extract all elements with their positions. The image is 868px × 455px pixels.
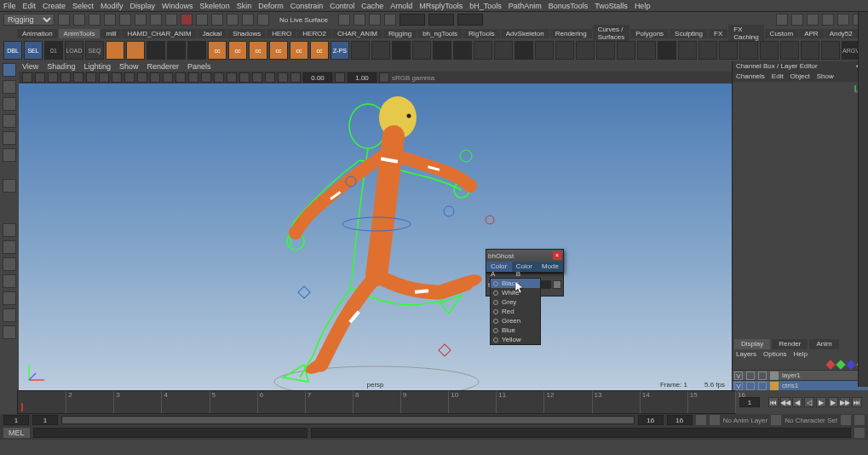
bhghost-tab[interactable]: Color A (486, 262, 512, 272)
vp-btn[interactable] (252, 72, 262, 83)
shelf-button[interactable] (494, 41, 513, 60)
status-icon[interactable] (776, 14, 788, 26)
vp-btn[interactable] (22, 72, 32, 83)
color-option[interactable]: Black (491, 279, 540, 288)
menu-skeleton[interactable]: Skeleton (200, 2, 230, 10)
menu-create[interactable]: Create (43, 2, 66, 10)
vp-menu-panels[interactable]: Panels (187, 62, 211, 71)
vp-btn[interactable] (60, 72, 71, 83)
shelf-tab[interactable]: HAMD_CHAR_ANIM (122, 29, 196, 38)
status-icon[interactable] (384, 14, 396, 26)
vp-btn[interactable] (124, 72, 135, 83)
layer-opt[interactable]: Layers (736, 350, 756, 359)
shelf-button[interactable] (147, 41, 165, 60)
scale-tool[interactable] (3, 148, 16, 162)
shelf-tab[interactable]: APR (799, 29, 823, 38)
cmd-lang-label[interactable]: MEL (3, 428, 30, 438)
vp-btn[interactable] (265, 72, 275, 83)
play-start-field[interactable] (32, 415, 58, 425)
shelf-button[interactable] (678, 41, 697, 60)
menu-select[interactable]: Select (72, 2, 94, 10)
char-set-label[interactable]: No Character Set (785, 417, 837, 424)
keyframe-icon[interactable] (846, 360, 855, 369)
color-option[interactable]: Green (491, 316, 540, 325)
shelf-button[interactable] (351, 41, 370, 60)
next-key-button[interactable]: ▶ (828, 397, 838, 407)
prev-key-button[interactable]: ◀ (792, 397, 802, 407)
status-icon[interactable] (354, 14, 365, 26)
vp-menu-view[interactable]: View (22, 62, 38, 71)
menu-edit[interactable]: Edit (23, 2, 37, 10)
vp-btn[interactable] (335, 72, 345, 83)
shelf-button[interactable] (412, 41, 431, 60)
menu-control[interactable]: Control (330, 2, 354, 10)
shelf-button[interactable] (433, 41, 451, 60)
menu-constrain[interactable]: Constrain (290, 2, 324, 10)
shelf-tab[interactable]: Jackal (198, 29, 227, 38)
shelf-tab[interactable]: FX Caching (728, 25, 763, 42)
layer-tab[interactable]: Display (734, 339, 770, 349)
status-icon[interactable] (89, 14, 101, 26)
menu-mrsplytools[interactable]: MRsplyTools (419, 2, 463, 10)
color-option[interactable]: Grey (491, 297, 540, 307)
shelf-button[interactable]: SEQ (85, 41, 104, 60)
workspace-selector[interactable]: Rigging (3, 14, 55, 26)
layout-four[interactable] (3, 240, 16, 254)
bhghost-window[interactable]: bhGhost × Color AColor BMode (486, 249, 564, 273)
layer-opt[interactable]: Options (763, 350, 787, 359)
menu-modify[interactable]: Modify (101, 2, 124, 10)
vp-btn[interactable] (175, 72, 186, 83)
shelf-tab[interactable]: AnimTools (59, 29, 101, 38)
shelf-tab[interactable]: RigTools (463, 29, 500, 38)
range-track[interactable] (61, 416, 635, 424)
shelf-button[interactable] (555, 41, 574, 60)
status-icon[interactable] (104, 14, 116, 26)
vp-btn[interactable] (150, 72, 160, 83)
status-icon[interactable] (211, 14, 223, 26)
vp-menu-shading[interactable]: Shading (47, 62, 75, 71)
autokey-button[interactable] (841, 415, 851, 425)
close-icon[interactable]: × (553, 251, 561, 260)
color-option[interactable]: White (491, 288, 540, 297)
vp-btn[interactable] (227, 72, 237, 83)
shelf-button[interactable] (719, 41, 738, 60)
menu-bh_tools[interactable]: bH_Tools (469, 2, 502, 10)
keyframe-icon[interactable] (836, 360, 845, 369)
shelf-button[interactable] (780, 41, 799, 60)
color-option[interactable]: Yellow (491, 335, 540, 344)
go-start-button[interactable]: ⏮ (768, 397, 779, 407)
rotation-field[interactable] (428, 14, 454, 26)
layout-three[interactable] (3, 291, 16, 305)
go-end-button[interactable]: ⏭ (852, 397, 862, 407)
shelf-tab[interactable]: Custom (765, 29, 799, 38)
menu-windows[interactable]: Windows (162, 2, 193, 10)
menu-pathanim[interactable]: PathAnim (509, 2, 542, 10)
menu-arnold[interactable]: Arnold (390, 2, 412, 10)
channel-menu[interactable]: Channels (736, 72, 765, 81)
script-editor-button[interactable] (854, 428, 865, 438)
menu-file[interactable]: File (3, 2, 16, 10)
step-fwd-button[interactable]: ▶▶ (840, 397, 850, 407)
shelf-button[interactable] (535, 41, 554, 60)
status-icon[interactable] (791, 14, 803, 26)
anim-layer-label[interactable]: No Anim Layer (723, 417, 767, 424)
keyframe-icon[interactable] (825, 360, 835, 369)
menu-skin[interactable]: Skin (237, 2, 252, 10)
shelf-tab[interactable]: HERO (267, 29, 296, 38)
shelf-button[interactable]: cc (310, 41, 329, 60)
menu-cache[interactable]: Cache (361, 2, 383, 10)
vp-btn[interactable] (86, 72, 96, 83)
vp-btn[interactable] (163, 72, 173, 83)
status-icon[interactable] (242, 14, 254, 26)
vp-btn[interactable] (201, 72, 211, 83)
status-icon[interactable] (58, 14, 70, 26)
lasso-tool[interactable] (3, 80, 16, 94)
shelf-button[interactable]: cc (249, 41, 267, 60)
status-icon[interactable] (165, 14, 177, 26)
shelf-tab[interactable]: AdvSkeleton (501, 29, 549, 38)
step-back-button[interactable]: ◀◀ (780, 397, 790, 407)
shelf-button[interactable] (637, 41, 656, 60)
vp-menu-show[interactable]: Show (119, 62, 139, 71)
vp-btn[interactable] (278, 72, 288, 83)
rotation-field[interactable] (400, 14, 425, 26)
